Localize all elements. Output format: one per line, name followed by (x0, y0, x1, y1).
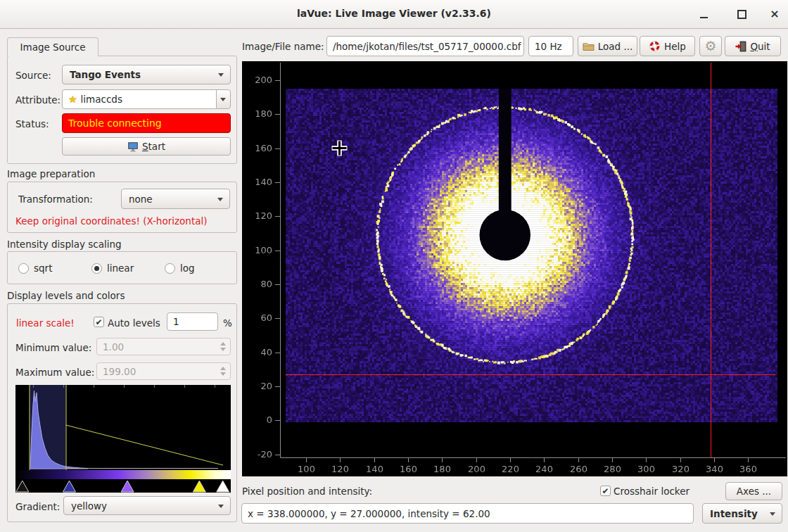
filename-input[interactable]: /home/jkotan/files/tst_05717_00000.cbf (326, 36, 524, 56)
crosshair-locker-checkbox[interactable]: ✔ (600, 486, 611, 496)
start-button[interactable]: Start (62, 137, 231, 156)
status-value: Trouble connecting (68, 118, 162, 129)
close-button[interactable]: × (765, 6, 784, 23)
gradient-label: Gradient: (15, 501, 60, 512)
minimum-label: Minimum value: (15, 342, 91, 353)
display-mode-value: Intensity (710, 508, 758, 519)
attribute-dropdown-button[interactable] (216, 89, 231, 109)
radio-sqrt[interactable]: sqrt (18, 262, 52, 274)
tab-image-source-label: Image Source (20, 42, 86, 53)
chevron-down-icon (218, 505, 224, 508)
app-window: laVue: Live Image Viewer (v2.33.6) × Ima… (0, 0, 788, 532)
lifebuoy-icon (649, 40, 661, 52)
chevron-down-icon (220, 98, 226, 101)
help-button[interactable]: Help (640, 36, 695, 56)
maximum-value: 199.00 (103, 366, 136, 377)
plot-canvas[interactable] (242, 61, 787, 476)
diffraction-image-plot[interactable] (242, 61, 787, 476)
tab-image-source[interactable]: Image Source (7, 37, 99, 56)
attribute-field[interactable]: ★ limaccds (62, 89, 217, 109)
spin-arrows-icon[interactable] (220, 338, 226, 355)
exit-door-icon (735, 41, 746, 52)
filename-label: Image/File name: (242, 41, 324, 52)
section-image-preparation: Image preparation (7, 168, 95, 179)
start-button-label: Start (142, 141, 165, 152)
close-icon: × (770, 8, 779, 20)
chevron-down-icon (217, 198, 223, 201)
refresh-rate-input[interactable]: 10 Hz (528, 36, 573, 56)
auto-levels-value: 1 (173, 316, 179, 327)
radio-icon (91, 263, 102, 274)
radio-icon (18, 263, 29, 274)
maximize-icon (737, 10, 746, 19)
chevron-down-icon (770, 512, 775, 516)
gear-icon: ⚙ (704, 39, 716, 53)
transformation-value: none (129, 194, 153, 205)
spin-arrows-icon[interactable] (220, 363, 226, 379)
auto-levels-checkbox[interactable]: ✔ (94, 317, 104, 327)
crosshair-locker-label: Crosshair locker (614, 486, 690, 497)
maximize-button[interactable] (732, 6, 751, 23)
transformation-combobox[interactable]: none (121, 189, 230, 209)
attribute-value: limaccds (81, 94, 122, 105)
auto-levels-label: Auto levels (108, 317, 160, 329)
radio-log-label: log (180, 262, 195, 274)
load-button[interactable]: Load ... (578, 36, 637, 56)
minimize-icon (700, 17, 708, 18)
help-button-label: Help (664, 41, 686, 52)
radio-icon (165, 263, 175, 274)
coordinates-note: Keep original coordinates! (X-horizontal… (15, 215, 207, 227)
settings-button[interactable]: ⚙ (699, 36, 722, 56)
maximum-spinbox[interactable]: 199.00 (96, 362, 231, 380)
load-button-label: Load ... (598, 41, 633, 52)
monitor-icon (127, 141, 139, 152)
radio-sqrt-label: sqrt (34, 262, 52, 274)
section-display-levels: Display levels and colors (7, 290, 125, 301)
minimize-button[interactable] (694, 6, 713, 23)
display-mode-combobox[interactable]: Intensity (702, 503, 782, 524)
attribute-label: Attribute: (15, 94, 61, 106)
minimum-spinbox[interactable]: 1.00 (96, 338, 231, 355)
refresh-rate-value: 10 Hz (535, 41, 562, 52)
status-badge: Trouble connecting (62, 113, 231, 133)
quit-button[interactable]: Quit (725, 36, 781, 56)
gradient-value: yellowy (71, 500, 107, 512)
source-label: Source: (15, 70, 51, 81)
axes-button[interactable]: Axes ... (725, 482, 782, 500)
radio-linear[interactable]: linear (91, 262, 134, 274)
pixel-position-label: Pixel position and intensity: (242, 486, 372, 497)
scale-note: linear scale! (16, 317, 75, 329)
check-icon: ✔ (95, 318, 102, 327)
source-value: Tango Events (70, 69, 141, 80)
window-title: laVue: Live Image Viewer (v2.33.6) (0, 8, 788, 19)
pixel-position-value: x = 338.000000, y = 27.000000, intensity… (248, 508, 490, 519)
radio-linear-label: linear (107, 262, 134, 274)
auto-levels-input[interactable]: 1 (167, 312, 218, 331)
status-label: Status: (15, 118, 49, 129)
pixel-position-input[interactable]: x = 338.000000, y = 27.000000, intensity… (241, 503, 694, 524)
chevron-down-icon (218, 73, 224, 77)
quit-button-label: Quit (750, 41, 770, 52)
check-icon: ✔ (602, 487, 609, 495)
intensity-histogram[interactable] (15, 385, 231, 493)
folder-icon (583, 42, 595, 51)
histogram-canvas[interactable] (15, 385, 231, 493)
star-icon[interactable]: ★ (68, 94, 77, 105)
axes-button-label: Axes ... (737, 486, 771, 497)
source-combobox[interactable]: Tango Events (62, 65, 231, 84)
section-intensity-scaling: Intensity display scaling (7, 239, 122, 250)
maximum-label: Maximum value: (15, 367, 94, 378)
transformation-label: Transformation: (18, 194, 93, 205)
percent-label: % (223, 317, 232, 329)
minimum-value: 1.00 (103, 341, 124, 353)
titlebar[interactable]: laVue: Live Image Viewer (v2.33.6) × (0, 0, 788, 29)
gradient-combobox[interactable]: yellowy (63, 496, 231, 515)
radio-log[interactable]: log (165, 262, 195, 274)
filename-value: /home/jkotan/files/tst_05717_00000.cbf (333, 41, 521, 52)
